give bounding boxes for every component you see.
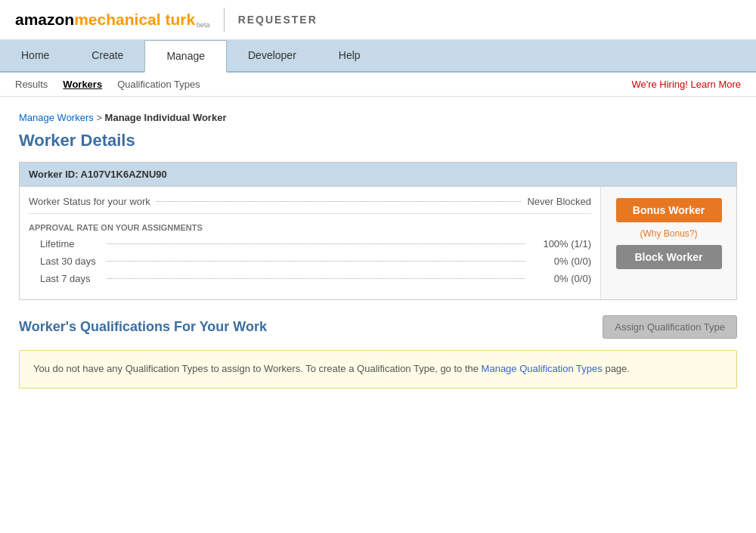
approval-value-30days: 0% (0/0): [531, 256, 591, 267]
worker-actions: Bonus Worker (Why Bonus?) Block Worker: [600, 187, 736, 299]
notice-box: You do not have any Qualification Types …: [19, 350, 737, 389]
assign-qualification-type-button[interactable]: Assign Qualification Type: [603, 315, 737, 339]
page-title: Worker Details: [19, 131, 737, 150]
approval-label-30days: Last 30 days: [40, 256, 101, 267]
header: amazonmechanical turk beta REQUESTER: [0, 0, 756, 40]
nav-developer[interactable]: Developer: [227, 40, 318, 71]
notice-text-prefix: You do not have any Qualification Types …: [33, 363, 482, 374]
manage-qual-types-link[interactable]: Manage Qualification Types: [482, 363, 603, 374]
breadcrumb: Manage Workers > Manage Individual Worke…: [19, 112, 737, 123]
logo: amazonmechanical turk beta: [15, 11, 210, 29]
logo-text: amazonmechanical turk: [15, 11, 195, 29]
approval-dots-30days: [107, 261, 525, 262]
worker-card: Worker ID: A107V1K6AZNU90 Worker Status …: [19, 162, 737, 300]
worker-status-value: Never Blocked: [527, 196, 591, 207]
approval-value-7days: 0% (0/0): [531, 273, 591, 284]
approval-row-30days: Last 30 days 0% (0/0): [29, 256, 591, 267]
worker-status-row: Worker Status for your work Never Blocke…: [29, 196, 591, 214]
block-worker-button[interactable]: Block Worker: [616, 245, 722, 269]
main-nav: Home Create Manage Developer Help: [0, 40, 756, 73]
breadcrumb-separator: >: [96, 112, 102, 123]
approval-value-lifetime: 100% (1/1): [531, 238, 591, 249]
breadcrumb-current: Manage Individual Worker: [105, 112, 227, 123]
approval-label-7days: Last 7 days: [40, 273, 101, 284]
worker-status-label: Worker Status for your work: [29, 196, 150, 207]
worker-status-dots: [156, 201, 522, 202]
approval-dots-lifetime: [107, 243, 525, 244]
why-bonus-link[interactable]: (Why Bonus?): [640, 228, 697, 239]
bonus-worker-button[interactable]: Bonus Worker: [616, 198, 722, 222]
qualifications-section-title: Worker's Qualifications For Your Work: [19, 319, 603, 335]
notice-text-suffix: page.: [603, 363, 630, 374]
subnav-workers[interactable]: Workers: [63, 79, 102, 90]
nav-help[interactable]: Help: [318, 40, 382, 71]
worker-body: Worker Status for your work Never Blocke…: [20, 187, 736, 299]
subnav-results[interactable]: Results: [15, 79, 48, 90]
sub-nav: Results Workers Qualification Types We'r…: [0, 73, 756, 97]
approval-header: APPROVAL RATE ON YOUR ASSIGNMENTS: [29, 223, 591, 232]
worker-id-bar: Worker ID: A107V1K6AZNU90: [20, 163, 736, 187]
approval-label-lifetime: Lifetime: [40, 238, 101, 249]
logo-beta: beta: [197, 21, 210, 29]
hiring-link[interactable]: We're Hiring! Learn More: [631, 79, 741, 90]
approval-dots-7days: [107, 278, 525, 279]
nav-create[interactable]: Create: [70, 40, 144, 71]
nav-manage[interactable]: Manage: [144, 40, 227, 73]
qualifications-section-header: Worker's Qualifications For Your Work As…: [19, 315, 737, 339]
header-divider: [224, 8, 225, 32]
subnav-qualification-types[interactable]: Qualification Types: [117, 79, 200, 90]
approval-row-lifetime: Lifetime 100% (1/1): [29, 238, 591, 249]
approval-row-7days: Last 7 days 0% (0/0): [29, 273, 591, 284]
requester-label: REQUESTER: [238, 14, 318, 26]
nav-home[interactable]: Home: [0, 40, 70, 71]
worker-details-left: Worker Status for your work Never Blocke…: [20, 187, 600, 299]
main-content: Manage Workers > Manage Individual Worke…: [0, 97, 756, 533]
breadcrumb-parent[interactable]: Manage Workers: [19, 112, 94, 123]
